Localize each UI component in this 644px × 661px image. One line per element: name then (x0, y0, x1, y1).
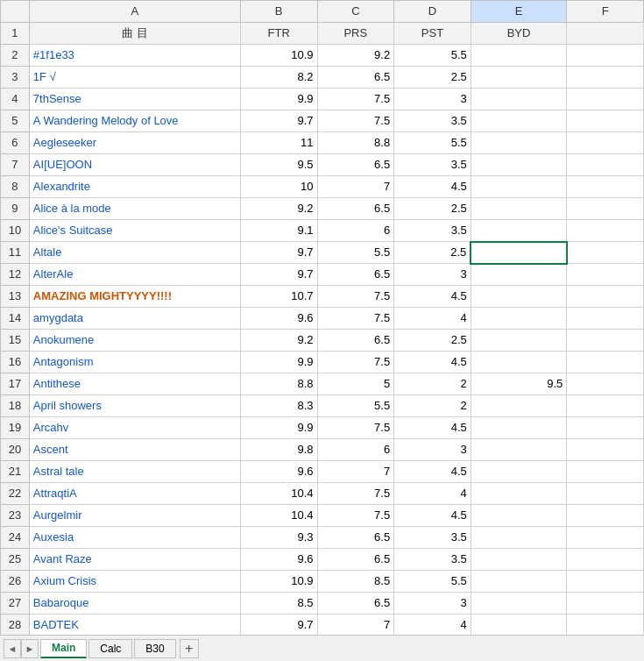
cell-25-b[interactable]: 9.6 (240, 549, 317, 571)
cell-16-a[interactable]: Antagonism (29, 352, 240, 373)
cell-19-a[interactable]: Arcahv (29, 417, 240, 439)
cell-5-e[interactable] (471, 110, 567, 132)
cell-7-b[interactable]: 9.5 (240, 154, 317, 176)
cell-12-d[interactable]: 3 (394, 264, 471, 286)
cell-14-a[interactable]: amygdata (29, 308, 240, 330)
cell-10-d[interactable]: 3.5 (394, 220, 471, 242)
cell-10-f[interactable] (567, 220, 644, 242)
cell-25-f[interactable] (567, 549, 644, 571)
cell-20-e[interactable] (471, 439, 567, 461)
cell-27-a[interactable]: Babaroque (29, 593, 240, 615)
cell-19-b[interactable]: 9.9 (240, 417, 317, 439)
cell-28-c[interactable]: 7 (317, 615, 394, 636)
cell-1-e[interactable]: BYD (471, 23, 567, 45)
cell-7-f[interactable] (567, 154, 644, 176)
cell-2-f[interactable] (567, 45, 644, 67)
cell-2-e[interactable] (471, 45, 567, 67)
cell-25-e[interactable] (471, 549, 567, 571)
cell-6-a[interactable]: Aegleseeker (29, 132, 240, 154)
cell-20-f[interactable] (567, 439, 644, 461)
cell-28-a[interactable]: BADTEK (29, 615, 240, 636)
cell-1-f[interactable] (567, 23, 644, 45)
cell-16-d[interactable]: 4.5 (394, 352, 471, 373)
cell-5-a[interactable]: A Wandering Melody of Love (29, 110, 240, 132)
cell-18-a[interactable]: April showers (29, 395, 240, 417)
cell-7-d[interactable]: 3.5 (394, 154, 471, 176)
cell-8-a[interactable]: Alexandrite (29, 176, 240, 198)
cell-28-f[interactable] (567, 615, 644, 636)
cell-3-d[interactable]: 2.5 (394, 67, 471, 89)
cell-5-d[interactable]: 3.5 (394, 110, 471, 132)
cell-19-e[interactable] (471, 417, 567, 439)
cell-24-f[interactable] (567, 527, 644, 549)
cell-8-d[interactable]: 4.5 (394, 176, 471, 198)
cell-1-c[interactable]: PRS (317, 23, 394, 45)
cell-17-b[interactable]: 8.8 (240, 373, 317, 395)
cell-20-c[interactable]: 6 (317, 439, 394, 461)
tab-main[interactable]: Main (40, 639, 87, 658)
col-e-header[interactable]: E (471, 1, 567, 23)
cell-22-a[interactable]: AttraqtiA (29, 483, 240, 505)
cell-9-b[interactable]: 9.2 (240, 198, 317, 220)
col-d-header[interactable]: D (394, 1, 471, 23)
cell-5-f[interactable] (567, 110, 644, 132)
cell-11-a[interactable]: Altale (29, 242, 240, 264)
cell-14-d[interactable]: 4 (394, 308, 471, 330)
cell-7-a[interactable]: AI[UE]OON (29, 154, 240, 176)
cell-3-b[interactable]: 8.2 (240, 67, 317, 89)
cell-5-b[interactable]: 9.7 (240, 110, 317, 132)
cell-26-d[interactable]: 5.5 (394, 571, 471, 593)
cell-14-c[interactable]: 7.5 (317, 308, 394, 330)
cell-21-c[interactable]: 7 (317, 461, 394, 483)
cell-17-e[interactable]: 9.5 (471, 373, 567, 395)
cell-14-b[interactable]: 9.6 (240, 308, 317, 330)
cell-12-c[interactable]: 6.5 (317, 264, 394, 286)
cell-13-a[interactable]: AMAZING MIGHTYYYY!!!! (29, 286, 240, 308)
cell-23-a[interactable]: Aurgelmir (29, 505, 240, 527)
cell-20-a[interactable]: Ascent (29, 439, 240, 461)
cell-15-f[interactable] (567, 330, 644, 352)
cell-4-e[interactable] (471, 89, 567, 110)
cell-17-a[interactable]: Antithese (29, 373, 240, 395)
cell-11-c[interactable]: 5.5 (317, 242, 394, 264)
cell-26-c[interactable]: 8.5 (317, 571, 394, 593)
cell-6-b[interactable]: 11 (240, 132, 317, 154)
cell-10-b[interactable]: 9.1 (240, 220, 317, 242)
cell-21-f[interactable] (567, 461, 644, 483)
cell-4-b[interactable]: 9.9 (240, 89, 317, 110)
cell-23-f[interactable] (567, 505, 644, 527)
cell-10-e[interactable] (471, 220, 567, 242)
cell-17-f[interactable] (567, 373, 644, 395)
cell-9-c[interactable]: 6.5 (317, 198, 394, 220)
col-a-header[interactable]: A (29, 1, 240, 23)
cell-3-e[interactable] (471, 67, 567, 89)
cell-22-d[interactable]: 4 (394, 483, 471, 505)
cell-4-f[interactable] (567, 89, 644, 110)
cell-10-a[interactable]: Alice's Suitcase (29, 220, 240, 242)
cell-23-c[interactable]: 7.5 (317, 505, 394, 527)
cell-26-a[interactable]: Axium Crisis (29, 571, 240, 593)
cell-26-f[interactable] (567, 571, 644, 593)
cell-15-c[interactable]: 6.5 (317, 330, 394, 352)
cell-10-c[interactable]: 6 (317, 220, 394, 242)
cell-18-b[interactable]: 8.3 (240, 395, 317, 417)
cell-28-b[interactable]: 9.7 (240, 615, 317, 636)
cell-23-e[interactable] (471, 505, 567, 527)
cell-12-e[interactable] (471, 264, 567, 286)
cell-21-a[interactable]: Astral tale (29, 461, 240, 483)
cell-11-f[interactable] (567, 242, 644, 264)
cell-11-b[interactable]: 9.7 (240, 242, 317, 264)
cell-17-c[interactable]: 5 (317, 373, 394, 395)
cell-3-f[interactable] (567, 67, 644, 89)
cell-4-c[interactable]: 7.5 (317, 89, 394, 110)
cell-14-f[interactable] (567, 308, 644, 330)
cell-23-d[interactable]: 4.5 (394, 505, 471, 527)
cell-26-b[interactable]: 10.9 (240, 571, 317, 593)
cell-24-c[interactable]: 6.5 (317, 527, 394, 549)
cell-25-a[interactable]: Avant Raze (29, 549, 240, 571)
cell-19-d[interactable]: 4.5 (394, 417, 471, 439)
col-b-header[interactable]: B (240, 1, 317, 23)
cell-7-e[interactable] (471, 154, 567, 176)
cell-17-d[interactable]: 2 (394, 373, 471, 395)
cell-15-d[interactable]: 2.5 (394, 330, 471, 352)
